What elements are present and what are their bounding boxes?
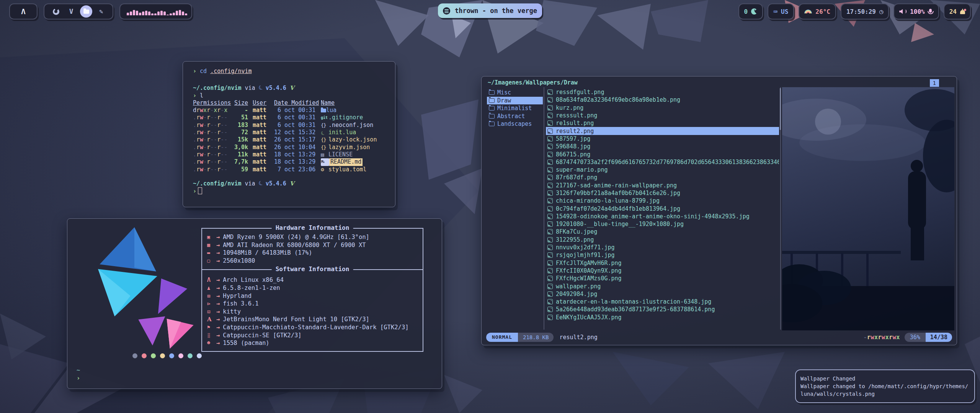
image-icon bbox=[547, 89, 553, 95]
sidebar-dir-item[interactable]: Landscapes bbox=[487, 120, 543, 128]
image-icon bbox=[547, 159, 553, 165]
file-row[interactable]: 19201080-__blue-tinge__-1920×1080.jpg bbox=[546, 220, 779, 228]
fetch-prompt[interactable]: ~ › bbox=[77, 366, 80, 382]
file-row[interactable]: 87r687df.png bbox=[546, 174, 779, 181]
file-row[interactable]: 8FKa7Cu.jpeg bbox=[546, 228, 779, 236]
file-row[interactable]: wallpaper.png bbox=[546, 282, 779, 290]
file-size: 218.8 KB bbox=[518, 333, 554, 342]
vim-icon: V bbox=[69, 8, 73, 15]
command: cd bbox=[200, 68, 207, 75]
cpu-icon: ▣ bbox=[207, 233, 216, 241]
workspace-button[interactable]: V bbox=[65, 5, 78, 18]
updates-module[interactable]: 0 bbox=[738, 3, 763, 20]
book-icon: ▤ bbox=[321, 151, 328, 158]
palette-dot bbox=[142, 353, 147, 358]
workspace-button[interactable] bbox=[49, 5, 62, 18]
file-row[interactable]: 0c794faf07de24a4db4d4fb1eb813964.jpg bbox=[546, 205, 779, 212]
file-row[interactable]: EeNKYgIUcAAJ5JX.png bbox=[546, 314, 779, 321]
file-row[interactable]: 3122955.png bbox=[546, 236, 779, 244]
audio-module[interactable]: 100% bbox=[893, 3, 939, 20]
clock-module[interactable]: 17:50:29 bbox=[841, 3, 889, 20]
keyboard-layout-module[interactable]: US bbox=[768, 3, 794, 20]
file-row[interactable]: chica-mirando-la-luna-8799.jpg bbox=[546, 197, 779, 205]
json-icon: {} bbox=[321, 136, 328, 143]
notifications-module[interactable]: 24 bbox=[944, 3, 971, 20]
file-row[interactable]: 866715.png bbox=[546, 150, 779, 158]
arrow-icon: → bbox=[216, 233, 220, 241]
fetch-window[interactable]: Hardware Information ▣ → AMD Ryzen 9 590… bbox=[67, 218, 442, 389]
fetch-info-box: Hardware Information ▣ → AMD Ryzen 9 590… bbox=[201, 228, 423, 352]
arrow-icon: → bbox=[216, 292, 220, 300]
image-icon bbox=[547, 315, 553, 320]
terminal-command-line: › cd .config/nvim bbox=[193, 68, 395, 75]
file-row[interactable]: atardecer-en-la-montanas-ilustracion-634… bbox=[546, 298, 779, 306]
info-line: ▣ → AMD Ryzen 9 5900X (24) @ 4.9GHz [61.… bbox=[207, 233, 418, 241]
file-row[interactable]: result2.png bbox=[546, 127, 779, 135]
file-row[interactable]: 596848.jpg bbox=[546, 143, 779, 150]
terminal-prompt[interactable]: › bbox=[193, 187, 395, 195]
file-row[interactable]: rsjqojlmjhf91.jpg bbox=[546, 251, 779, 259]
image-icon bbox=[547, 291, 553, 297]
image-icon bbox=[547, 299, 553, 304]
file-row[interactable]: 587597.jpg bbox=[546, 135, 779, 143]
file-row[interactable]: FXfcHgcWIAMzs0G.png bbox=[546, 275, 779, 282]
image-icon bbox=[547, 144, 553, 149]
file-row[interactable]: 20492984.jpg bbox=[546, 290, 779, 298]
weather-module[interactable]: 26°C bbox=[799, 3, 836, 20]
arrow-icon: → bbox=[216, 249, 220, 257]
lua-icon bbox=[259, 180, 262, 187]
image-icon bbox=[547, 237, 553, 242]
file-row[interactable]: nnvuv0xj2df71.jpg bbox=[546, 244, 779, 251]
file-row[interactable]: 08a634fa02a32364f69ebc86a98eb1eb.png bbox=[546, 96, 779, 104]
file-row[interactable]: 68747470733a2f2f696d616765732d7769786d70… bbox=[546, 158, 779, 166]
palette-dot bbox=[132, 353, 137, 358]
file-row[interactable]: 154928-odinokoe_anime-art-anime-okno-sin… bbox=[546, 213, 779, 220]
topbar-left: V ✎ bbox=[9, 3, 192, 20]
scrollbar-thumb[interactable] bbox=[780, 88, 781, 130]
notification-popup[interactable]: Wallpaper Changed Wallpaper changed to /… bbox=[795, 369, 975, 403]
file-row[interactable]: 5a266e448add93deab367d87173e9f25-6837886… bbox=[546, 306, 779, 313]
launcher-button[interactable] bbox=[9, 3, 38, 20]
image-icon bbox=[547, 136, 553, 141]
workspace-button[interactable]: ✎ bbox=[95, 5, 108, 18]
file-row[interactable]: kurz.png bbox=[546, 104, 779, 112]
image-icon bbox=[547, 276, 553, 281]
sidebar-dir-item[interactable]: Minimalist bbox=[487, 104, 543, 112]
file-row[interactable]: re1sult.png bbox=[546, 119, 779, 127]
markdown-icon: M↓ bbox=[321, 158, 329, 166]
hardware-info-list: ▣ → AMD Ryzen 9 5900X (24) @ 4.9GHz [61.… bbox=[207, 233, 418, 265]
workspace-button[interactable] bbox=[80, 5, 92, 18]
file-row[interactable]: FXfcII0X0AQyn9X.png bbox=[546, 267, 779, 275]
terminal-window[interactable]: › cd .config/nvim ~/.config/nvim via v5.… bbox=[183, 61, 395, 207]
sidebar-dir-item[interactable]: Draw bbox=[487, 97, 543, 105]
listing-row: .rw-r--r-- 3,0k matt 26 oct 10:04 {} laz… bbox=[193, 144, 395, 151]
listing-row: .rw-r--r-- 11k matt 18 oct 13:29 ▤ LICEN… bbox=[193, 151, 395, 158]
now-playing-widget[interactable]: thrown - on the verge bbox=[438, 3, 542, 18]
rainbow-icon bbox=[804, 10, 812, 13]
terminal-command-line: › l bbox=[193, 92, 395, 99]
file-row[interactable]: resssult.png bbox=[546, 112, 779, 119]
info-line: ▦ → AMD ATI Radeon RX 6800/6800 XT / 690… bbox=[207, 241, 418, 249]
tab-badge[interactable]: 1 bbox=[930, 79, 939, 87]
palette-dot bbox=[188, 353, 193, 358]
file-manager-window[interactable]: ~/Imagenes/Wallpapers/Draw 1 Misc Draw M… bbox=[481, 76, 957, 345]
image-icon bbox=[547, 97, 553, 102]
file-row[interactable]: ressdfgult.png bbox=[546, 88, 779, 96]
desktop: V ✎ thrown - on the verge 0 bbox=[0, 0, 980, 413]
sidebar-dir-item[interactable]: Misc bbox=[487, 89, 543, 97]
arrow-icon: → bbox=[216, 332, 220, 340]
image-icon bbox=[547, 284, 553, 289]
arrow-icon: → bbox=[216, 241, 220, 249]
listing-row: .rw-r--r-- 72 matt 12 oct 15:32 ☾ init.l… bbox=[193, 129, 395, 136]
software-section-divider: Software Information bbox=[202, 269, 423, 270]
gear-icon: ⚙ bbox=[321, 166, 328, 173]
file-row[interactable]: 217167-sad-anime-rain-wallpaper.png bbox=[546, 182, 779, 189]
file-row[interactable]: FXfcJlTXgAMvH6R.png bbox=[546, 259, 779, 267]
info-line: ⚑ → Catppuccin-Macchiato-Standard-Lavend… bbox=[207, 324, 418, 332]
gpu-icon: ▦ bbox=[207, 241, 216, 249]
file-row[interactable]: 3126f7e9bbf21a8a4af0b67b041c6e26.jpg bbox=[546, 189, 779, 197]
palette-dot bbox=[160, 353, 165, 358]
file-row[interactable]: super-mario.png bbox=[546, 166, 779, 174]
info-line: Λ → Arch Linux x86_64 bbox=[207, 276, 418, 284]
sidebar-dir-item[interactable]: Abstract bbox=[487, 112, 543, 120]
